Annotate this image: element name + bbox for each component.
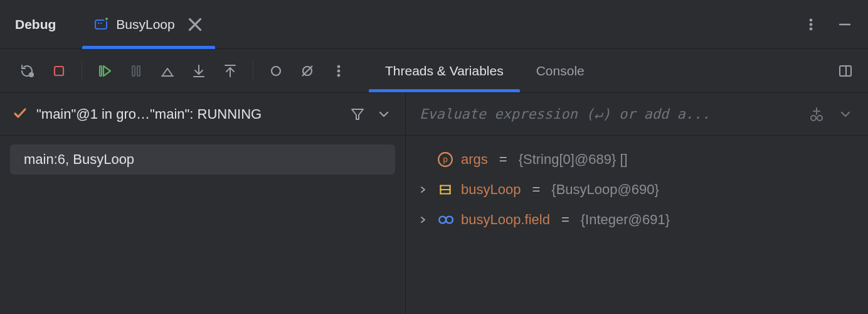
svg-point-24	[337, 65, 340, 68]
svg-point-2	[100, 22, 102, 23]
rerun-button[interactable]	[19, 62, 36, 80]
application-icon	[93, 17, 109, 32]
thread-selector[interactable]: "main"@1 in gro…"main": RUNNING	[0, 93, 405, 136]
svg-point-5	[810, 19, 812, 21]
add-watch-button[interactable]	[808, 106, 825, 123]
expand-icon[interactable]	[417, 186, 430, 193]
svg-point-1	[98, 22, 99, 23]
svg-point-26	[337, 74, 340, 77]
variables-pane: p args = {String[0]@689} [] busyLoop =	[406, 93, 868, 314]
run-tab-busyloop[interactable]: BusyLoop	[82, 0, 214, 49]
variable-name: busyLoop.field	[461, 212, 550, 228]
frames-list: main:6, BusyLoop	[0, 136, 405, 183]
tab-threads-variables[interactable]: Threads & Variables	[369, 49, 520, 92]
step-out-button[interactable]	[221, 62, 239, 80]
equals-sign: =	[561, 212, 569, 228]
toolwindow-title: Debug	[15, 17, 56, 32]
variable-value: {BusyLoop@690}	[551, 181, 659, 198]
tab-label: Threads & Variables	[385, 63, 504, 78]
variable-name: args	[461, 151, 488, 168]
mute-breakpoints-button[interactable]	[299, 62, 316, 80]
step-over-button[interactable]	[159, 62, 176, 80]
stop-button[interactable]	[50, 62, 68, 80]
svg-point-42	[446, 217, 453, 224]
tab-console[interactable]: Console	[520, 49, 601, 92]
run-tab-label: BusyLoop	[116, 17, 174, 32]
thread-label: "main"@1 in gro…"main": RUNNING	[36, 106, 262, 122]
svg-point-41	[439, 217, 446, 224]
evaluate-bar	[406, 93, 868, 136]
close-tab-button[interactable]	[186, 16, 204, 33]
frames-pane: "main"@1 in gro…"main": RUNNING main:6, …	[0, 93, 406, 314]
toolwindow-actions	[803, 16, 853, 33]
svg-point-32	[811, 116, 816, 121]
svg-marker-29	[352, 109, 363, 119]
svg-rect-15	[137, 66, 140, 76]
parameter-icon: p	[437, 151, 453, 168]
checkmark-icon	[13, 106, 28, 122]
svg-rect-12	[100, 66, 102, 76]
svg-point-25	[337, 70, 340, 72]
object-icon	[437, 181, 453, 198]
variable-value: {Integer@691}	[581, 212, 670, 228]
evaluate-dropdown-icon[interactable]	[837, 106, 854, 123]
view-breakpoints-button[interactable]	[267, 62, 285, 80]
stack-frame-row[interactable]: main:6, BusyLoop	[10, 144, 395, 175]
equals-sign: =	[499, 151, 507, 168]
svg-point-33	[817, 116, 822, 121]
watch-icon	[437, 212, 453, 228]
variables-tree: p args = {String[0]@689} [] busyLoop =	[406, 136, 868, 244]
variable-value: {String[0]@689} []	[519, 151, 628, 168]
expand-icon[interactable]	[417, 216, 430, 224]
variable-row[interactable]: p args = {String[0]@689} []	[411, 144, 863, 175]
tab-label: Console	[536, 63, 585, 78]
svg-point-6	[810, 23, 812, 26]
pause-button[interactable]	[127, 62, 145, 80]
equals-sign: =	[532, 181, 540, 198]
svg-marker-13	[103, 66, 110, 76]
svg-text:p: p	[443, 154, 447, 164]
svg-point-10	[30, 73, 33, 76]
step-into-button[interactable]	[190, 62, 208, 80]
variable-row[interactable]: busyLoop = {BusyLoop@690}	[411, 175, 863, 205]
layout-settings-button[interactable]	[837, 62, 854, 80]
debug-content: "main"@1 in gro…"main": RUNNING main:6, …	[0, 93, 868, 314]
debug-toolbar: Threads & Variables Console	[0, 49, 868, 93]
variable-row[interactable]: busyLoop.field = {Integer@691}	[411, 205, 863, 235]
resume-button[interactable]	[96, 62, 114, 80]
debug-view-tabs: Threads & Variables Console	[369, 49, 601, 92]
stack-frame-label: main:6, BusyLoop	[24, 151, 134, 168]
filter-icon[interactable]	[349, 106, 366, 123]
hide-toolwindow-button[interactable]	[837, 16, 853, 33]
svg-point-7	[810, 28, 812, 30]
thread-dropdown-icon[interactable]	[375, 106, 393, 123]
debug-tabbar: Debug BusyLoop	[0, 0, 868, 49]
svg-point-21	[272, 67, 280, 75]
debugger-more-button[interactable]	[330, 62, 347, 80]
svg-rect-0	[95, 20, 107, 29]
variable-name: busyLoop	[461, 181, 521, 198]
more-options-button[interactable]	[803, 16, 819, 33]
evaluate-input[interactable]	[420, 106, 797, 122]
svg-rect-11	[55, 67, 63, 75]
svg-rect-14	[132, 66, 135, 76]
